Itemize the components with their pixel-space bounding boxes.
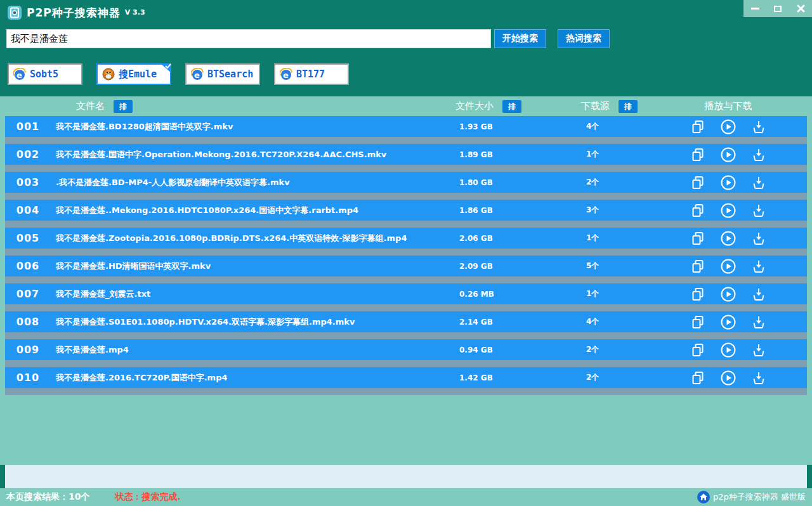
copy-button[interactable]	[690, 342, 706, 358]
copy-button[interactable]	[690, 174, 706, 191]
table-row[interactable]: 009 我不是潘金莲.mp4 0.94 GB 2个	[5, 339, 807, 367]
copy-icon	[690, 370, 705, 386]
minimize-button[interactable]	[743, 0, 766, 17]
file-name: 我不是潘金莲.Zootopia.2016.1080p.BDRip.DTS.x26…	[51, 233, 454, 244]
table-row[interactable]: 004 我不是潘金莲..Mekong.2016.HDTC1080P.x264.国…	[5, 200, 807, 228]
tab-sobt5[interactable]: e Sobt5	[8, 63, 82, 85]
brand-link[interactable]: p2p种子搜索神器 盛世版	[697, 491, 806, 503]
tab-bt177[interactable]: e BT177	[274, 63, 349, 85]
row-actions	[680, 119, 807, 135]
file-name: 我不是潘金莲.S01E01.1080p.HDTV.x264.双语字幕.深影字幕组…	[51, 316, 454, 328]
copy-button[interactable]	[690, 286, 706, 302]
table-row[interactable]: 001 我不是潘金莲.BD1280超清国语中英双字.mkv 1.93 GB 4个	[5, 116, 807, 144]
app-icon	[8, 6, 22, 20]
column-header-actions: 播放与下载	[680, 100, 807, 112]
copy-button[interactable]	[690, 258, 706, 275]
copy-button[interactable]	[690, 230, 706, 247]
copy-button[interactable]	[690, 119, 706, 135]
copy-button[interactable]	[690, 314, 706, 330]
play-icon	[720, 314, 737, 330]
file-size: 1.42 GB	[454, 373, 579, 382]
tab-btsearch[interactable]: e BTSearch	[185, 63, 260, 85]
minimize-icon	[751, 8, 759, 10]
download-button[interactable]	[750, 119, 767, 135]
table-row[interactable]: 007 我不是潘金莲_刘震云.txt 0.26 MB 1个	[5, 283, 807, 311]
source-count: 2个	[579, 372, 680, 383]
search-status: 状态：搜索完成.	[115, 491, 180, 503]
download-button[interactable]	[750, 258, 767, 275]
play-button[interactable]	[720, 314, 737, 330]
download-button[interactable]	[750, 370, 767, 386]
selected-check-icon	[160, 63, 171, 73]
file-name: 我不是潘金莲.HD清晰国语中英双字.mkv	[51, 261, 454, 272]
sort-by-size-button[interactable]: 排	[502, 100, 521, 113]
copy-icon	[690, 203, 705, 218]
download-button[interactable]	[750, 174, 767, 191]
play-button[interactable]	[720, 342, 737, 358]
row-actions	[680, 370, 807, 386]
source-count: 1个	[579, 289, 680, 299]
play-button[interactable]	[720, 258, 737, 275]
download-button[interactable]	[750, 314, 767, 330]
play-icon	[720, 119, 737, 135]
table-row[interactable]: 006 我不是潘金莲.HD清晰国语中英双字.mkv 2.09 GB 5个	[5, 256, 807, 283]
results-panel-background	[5, 465, 807, 488]
tab-label: Sobt5	[30, 68, 58, 80]
file-name: .我不是潘金莲.BD-MP4-人人影视原创翻译中英双语字幕.mkv	[51, 177, 454, 188]
download-icon	[751, 231, 766, 246]
row-actions	[680, 258, 807, 275]
table-row[interactable]: 008 我不是潘金莲.S01E01.1080p.HDTV.x264.双语字幕.深…	[5, 311, 807, 339]
download-button[interactable]	[750, 202, 767, 219]
download-icon	[751, 259, 766, 274]
tab-emule[interactable]: 搜Emule	[96, 63, 171, 85]
play-button[interactable]	[720, 370, 737, 386]
table-row[interactable]: 002 我不是潘金莲.国语中字.Operation.Mekong.2016.TC…	[5, 144, 807, 172]
maximize-button[interactable]	[766, 0, 789, 17]
file-name: 我不是潘金莲.mp4	[51, 344, 454, 356]
download-icon	[751, 342, 766, 358]
column-label: 文件名	[76, 100, 105, 112]
tab-label: BT177	[296, 68, 325, 80]
copy-icon	[690, 315, 705, 330]
play-button[interactable]	[720, 202, 737, 219]
play-button[interactable]	[720, 119, 737, 135]
download-button[interactable]	[750, 230, 767, 247]
svg-text:e: e	[283, 70, 289, 80]
row-actions	[680, 174, 807, 191]
ie-icon: e	[280, 68, 292, 81]
source-count: 2个	[579, 177, 680, 188]
copy-button[interactable]	[690, 202, 706, 219]
table-row[interactable]: 003 .我不是潘金莲.BD-MP4-人人影视原创翻译中英双语字幕.mkv 1.…	[5, 172, 807, 200]
play-button[interactable]	[720, 286, 737, 302]
sort-by-sources-button[interactable]: 排	[619, 100, 638, 113]
play-button[interactable]	[720, 230, 737, 247]
download-button[interactable]	[750, 146, 767, 163]
search-input[interactable]	[6, 29, 491, 48]
row-actions	[680, 202, 807, 219]
download-button[interactable]	[750, 342, 767, 358]
row-number: 007	[5, 288, 51, 300]
start-search-button[interactable]: 开始搜索	[494, 29, 546, 48]
table-row[interactable]: 005 我不是潘金莲.Zootopia.2016.1080p.BDRip.DTS…	[5, 228, 807, 256]
play-button[interactable]	[720, 146, 737, 163]
download-button[interactable]	[750, 286, 767, 302]
results-count: 本页搜索结果：10个	[6, 491, 89, 503]
sort-by-name-button[interactable]: 排	[114, 100, 133, 113]
table-row[interactable]: 010 我不是潘金莲.2016.TC720P.国语中字.mp4 1.42 GB …	[5, 367, 807, 395]
tab-label: 搜Emule	[119, 68, 157, 81]
row-number: 010	[5, 372, 51, 384]
copy-button[interactable]	[690, 370, 706, 386]
play-icon	[720, 146, 737, 163]
svg-text:e: e	[194, 70, 200, 80]
copy-icon	[690, 119, 705, 134]
hot-words-button[interactable]: 热词搜索	[558, 29, 610, 48]
row-number: 002	[5, 148, 51, 160]
play-icon	[720, 174, 737, 191]
close-button[interactable]	[789, 0, 812, 17]
file-size: 0.26 MB	[454, 290, 579, 299]
source-count: 1个	[579, 233, 680, 243]
copy-icon	[690, 259, 705, 274]
play-button[interactable]	[720, 174, 737, 191]
copy-button[interactable]	[690, 146, 706, 163]
table-header: 文件名 排 文件大小 排 下载源 排 播放与下载	[0, 96, 812, 116]
